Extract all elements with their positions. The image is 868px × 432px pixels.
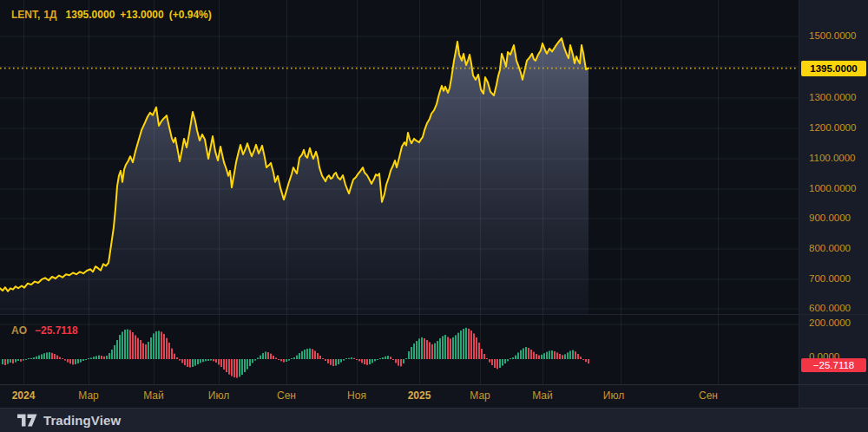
ao-indicator-value: −25.7118: [35, 324, 78, 337]
ao-value-badge: −25.7118: [801, 358, 866, 372]
chart-canvas[interactable]: [0, 0, 799, 384]
legend-change-percent: (+0.94%): [169, 9, 212, 21]
last-price-badge: 1395.0000: [801, 61, 866, 76]
tradingview-logo[interactable]: TradingView: [17, 413, 121, 428]
tradingview-logo-icon: [17, 414, 37, 427]
legend-last-price: 1395.0000: [66, 9, 115, 21]
time-axis-label: 2024: [12, 389, 36, 402]
pane-separator[interactable]: [0, 314, 868, 315]
price-axis-label: 800.0000: [809, 243, 851, 253]
time-axis-label: Сен: [699, 389, 718, 402]
chart-window: LENT,1Д1395.0000+13.0000(+0.94%) AO−25.7…: [0, 0, 868, 432]
time-axis-label: Сен: [277, 389, 296, 402]
ao-legend: AO−25.7118: [11, 324, 78, 337]
time-axis-label: Июл: [208, 389, 229, 402]
tradingview-brand-text: TradingView: [43, 413, 121, 428]
interval-label[interactable]: 1Д: [43, 9, 56, 21]
time-axis[interactable]: 2024МарМайИюлСенНоя2025МарМайИюлСен: [0, 384, 799, 408]
price-axis-label: 1200.0000: [809, 122, 856, 133]
symbol-ticker[interactable]: LENT,: [11, 9, 40, 21]
ao-histogram: [2, 328, 589, 378]
price-axis-label: 1300.0000: [809, 92, 856, 102]
footer-bar: TradingView: [0, 408, 868, 432]
time-axis-label: 2025: [408, 389, 431, 402]
price-axis-label: 900.0000: [809, 213, 851, 223]
main-legend: LENT,1Д1395.0000+13.0000(+0.94%): [11, 9, 212, 21]
time-axis-label: Июл: [603, 389, 624, 402]
price-axis-label: 1500.0000: [809, 30, 856, 41]
legend-change: +13.0000: [120, 9, 163, 21]
time-axis-label: Май: [532, 389, 553, 402]
price-axis-label: 700.0000: [809, 273, 851, 284]
time-axis-label: Май: [143, 389, 164, 402]
ao-indicator-label[interactable]: AO: [11, 324, 27, 337]
ao-axis-label: 200.0000: [809, 317, 851, 328]
price-axis-label: 1000.0000: [809, 183, 856, 193]
time-axis-separator: [0, 384, 868, 385]
price-axis-label: 600.0000: [809, 303, 851, 313]
price-area-fill: [0, 38, 589, 314]
time-axis-label: Мар: [78, 389, 98, 402]
time-axis-label: Мар: [470, 389, 490, 402]
time-axis-label: Ноя: [347, 389, 366, 402]
price-axis-label: 1100.0000: [809, 153, 856, 163]
